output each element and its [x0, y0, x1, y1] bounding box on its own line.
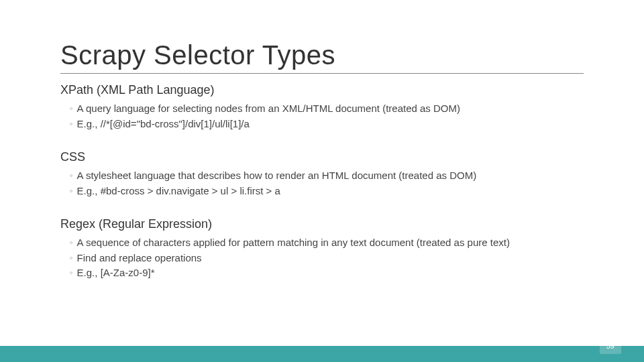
bullet-item: ◦A query language for selecting nodes fr… — [70, 101, 584, 117]
bullet-text: A query language for selecting nodes fro… — [77, 101, 460, 117]
slide-title: Scrapy Selector Types — [60, 40, 584, 74]
slide-footer-bar — [0, 346, 644, 362]
bullet-text: A stylesheet language that describes how… — [77, 168, 477, 184]
bullet-item: ◦E.g., [A-Za-z0-9]* — [70, 265, 584, 281]
bullet-text: E.g., [A-Za-z0-9]* — [77, 265, 155, 281]
slide-content: Scrapy Selector Types XPath (XML Path La… — [0, 0, 644, 281]
bullet-list: ◦A sequence of characters applied for pa… — [60, 235, 584, 281]
bullet-mark: ◦ — [70, 251, 73, 265]
bullet-mark: ◦ — [70, 235, 73, 250]
bullet-text: E.g., #bd-cross > div.navigate > ul > li… — [77, 184, 280, 199]
section-heading: Regex (Regular Expression) — [60, 217, 584, 231]
page-number: 59 — [606, 342, 614, 350]
bullet-mark: ◦ — [70, 265, 73, 280]
bullet-text: A sequence of characters applied for pat… — [77, 235, 510, 251]
page-number-badge: 59 — [600, 338, 621, 354]
bullet-list: ◦A stylesheet language that describes ho… — [60, 168, 584, 198]
bullet-mark: ◦ — [70, 168, 73, 183]
section-heading: CSS — [60, 150, 584, 164]
bullet-item: ◦A stylesheet language that describes ho… — [70, 168, 584, 184]
bullet-mark: ◦ — [70, 117, 73, 131]
bullet-mark: ◦ — [70, 101, 73, 116]
section-css: CSS ◦A stylesheet language that describe… — [60, 150, 584, 198]
bullet-item: ◦E.g., #bd-cross > div.navigate > ul > l… — [70, 184, 584, 199]
section-heading: XPath (XML Path Language) — [60, 83, 584, 97]
section-xpath: XPath (XML Path Language) ◦A query langu… — [60, 83, 584, 131]
bullet-item: ◦Find and replace operations — [70, 251, 584, 266]
bullet-item: ◦E.g., //*[@id="bd-cross"]/div[1]/ul/li[… — [70, 117, 584, 132]
section-regex: Regex (Regular Expression) ◦A sequence o… — [60, 217, 584, 281]
bullet-list: ◦A query language for selecting nodes fr… — [60, 101, 584, 131]
bullet-item: ◦A sequence of characters applied for pa… — [70, 235, 584, 251]
bullet-text: E.g., //*[@id="bd-cross"]/div[1]/ul/li[1… — [77, 117, 250, 132]
slide: Scrapy Selector Types XPath (XML Path La… — [0, 0, 644, 362]
bullet-text: Find and replace operations — [77, 251, 202, 266]
bullet-mark: ◦ — [70, 184, 73, 198]
